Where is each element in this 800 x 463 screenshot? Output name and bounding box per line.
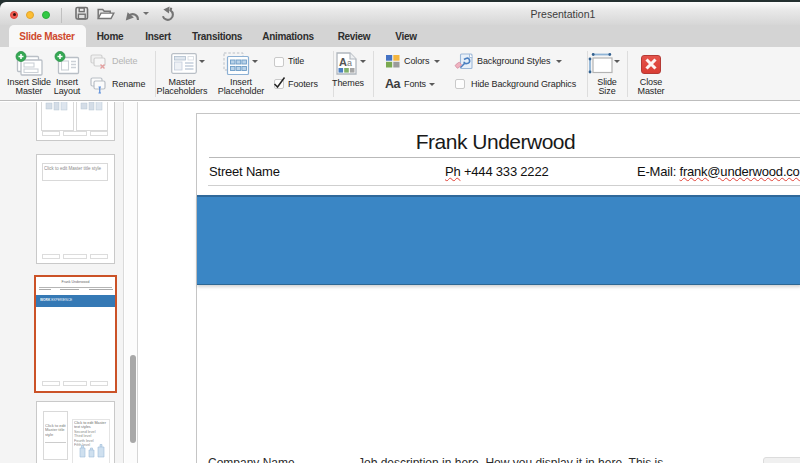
- svg-text:a: a: [347, 58, 352, 68]
- svg-text:A: A: [339, 56, 347, 68]
